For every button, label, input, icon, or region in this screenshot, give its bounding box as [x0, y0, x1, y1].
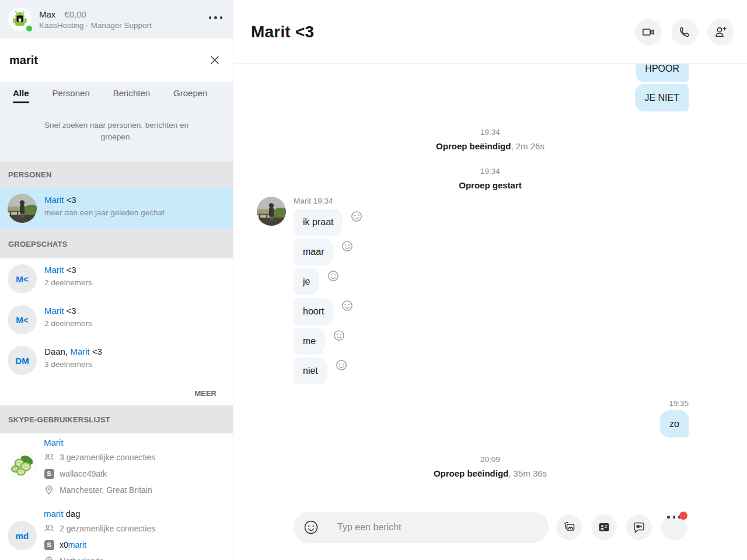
- directory-result-2[interactable]: md marit dag 2 gezamenlijke connecties S…: [0, 505, 233, 560]
- search-result-group-2[interactable]: M< Marit <3 2 deelnemers: [0, 299, 233, 340]
- search-bar: marit: [0, 38, 233, 82]
- incoming-message-row: hoort: [294, 298, 363, 325]
- user-name: marit dag: [44, 509, 233, 519]
- add-reaction-icon[interactable]: [350, 210, 363, 223]
- result-subtitle: 2 deelnemers: [44, 278, 233, 287]
- mutual-connections-icon: [44, 452, 54, 463]
- search-clear-icon[interactable]: [208, 54, 221, 66]
- system-timestamp: 19:34: [233, 167, 747, 176]
- result-subtitle: 3 deelnemers: [44, 360, 233, 369]
- message-bubble-incoming[interactable]: niet: [294, 358, 327, 384]
- skype-id-row: S x0marit: [44, 537, 233, 553]
- message-history[interactable]: HPOOR JE NIET 19:34 Oproep beëindigd, 2m…: [233, 64, 747, 510]
- tab-groepen[interactable]: Groepen: [173, 88, 207, 102]
- tab-berichten[interactable]: Berichten: [113, 88, 150, 102]
- search-result-person-marit[interactable]: Marit <3 meer dan een jaar geleden gecha…: [0, 188, 233, 229]
- chat-title[interactable]: Marit <3: [251, 23, 626, 41]
- incoming-message-row: je: [294, 268, 363, 295]
- skype-id-text: wallace49atk: [60, 469, 107, 478]
- result-title: Daan, Marit <3: [44, 346, 233, 356]
- group-initials-avatar: DM: [8, 346, 37, 375]
- result-title: Marit <3: [44, 265, 233, 275]
- add-reaction-icon[interactable]: [341, 299, 354, 312]
- location-pin-icon: [44, 556, 54, 560]
- message-bubble-incoming[interactable]: je: [294, 268, 319, 295]
- search-result-group-3[interactable]: DM Daan, Marit <3 3 deelnemers: [0, 340, 233, 381]
- audio-call-button[interactable]: [671, 19, 698, 46]
- skype-id-row: S wallace49atk: [44, 466, 233, 482]
- mutual-connections-icon: [44, 523, 54, 534]
- location-text: Netherlands: [60, 556, 104, 560]
- result-title: Marit <3: [44, 195, 233, 205]
- user-initials-avatar: md: [8, 521, 37, 550]
- result-subtitle: 2 deelnemers: [44, 319, 233, 328]
- message-bubble-incoming[interactable]: ik praat: [294, 209, 343, 236]
- message-bubble-incoming[interactable]: me: [294, 328, 325, 355]
- profile-mood-message: KaasHosting - Manager Support: [39, 21, 208, 30]
- call-event: Oproep gestart: [233, 180, 747, 190]
- message-bubble-outgoing[interactable]: JE NIET: [635, 84, 689, 111]
- mutual-connections-text: 3 gezamenlijke connecties: [60, 453, 155, 462]
- tab-alle[interactable]: Alle: [13, 88, 29, 103]
- directory-result-1[interactable]: Marit 3 gezamenlijke connecties S wallac…: [0, 433, 233, 505]
- more-options-button[interactable]: [661, 514, 687, 540]
- sender-avatar[interactable]: [257, 197, 286, 226]
- video-message-button[interactable]: [626, 514, 652, 540]
- add-reaction-icon[interactable]: [327, 270, 340, 282]
- location-text: Manchester, Great Britain: [60, 485, 152, 495]
- message-input[interactable]: Typ een bericht: [294, 512, 549, 543]
- add-reaction-icon[interactable]: [335, 359, 348, 372]
- result-title: Marit <3: [44, 306, 233, 316]
- notification-dot: [679, 512, 687, 520]
- online-status-dot: [25, 24, 33, 33]
- incoming-message-row: maar: [294, 239, 363, 265]
- message-bubble-incoming[interactable]: hoort: [294, 298, 333, 325]
- message-input-placeholder: Typ een bericht: [337, 522, 401, 533]
- message-bubble-outgoing[interactable]: HPOOR: [636, 64, 689, 82]
- mutual-connections-row: 3 gezamenlijke connecties: [44, 449, 233, 466]
- add-person-button[interactable]: [707, 19, 734, 46]
- emoji-picker-icon[interactable]: [303, 519, 319, 536]
- system-timestamp: 20:09: [233, 455, 747, 464]
- call-event: Oproep beëindigd, 2m 26s: [233, 141, 747, 151]
- video-call-button[interactable]: [635, 19, 662, 46]
- skype-credit-balance[interactable]: €0,00: [64, 9, 86, 19]
- section-header-gebruikerslijst: SKYPE-GEBRUIKERSLIJST: [0, 405, 233, 433]
- incoming-message-group: Marit 19:34 ik praat maar je hoort: [233, 197, 747, 387]
- send-contact-button[interactable]: [591, 514, 617, 540]
- search-result-group-1[interactable]: M< Marit <3 2 deelnemers: [0, 258, 233, 299]
- message-bubble-outgoing[interactable]: zo: [660, 410, 689, 438]
- profile-header: Max €0,00 KaasHosting - Manager Support: [0, 0, 233, 38]
- location-row: Manchester, Great Britain: [44, 482, 233, 498]
- call-event: Oproep beëindigd, 35m 36s: [233, 468, 747, 478]
- incoming-message-row: me: [294, 328, 363, 355]
- location-pin-icon: [44, 485, 54, 495]
- add-reaction-icon[interactable]: [333, 329, 345, 342]
- search-input[interactable]: marit: [9, 54, 208, 67]
- skype-id-icon: S: [44, 540, 54, 550]
- chat-header: Marit <3: [233, 0, 747, 64]
- add-reaction-icon[interactable]: [341, 240, 354, 253]
- message-bubble-incoming[interactable]: maar: [294, 239, 333, 265]
- search-filter-tabs: Alle Personen Berichten Groepen: [0, 82, 233, 111]
- profile-more-menu-icon[interactable]: [208, 15, 224, 20]
- sidebar: Max €0,00 KaasHosting - Manager Support …: [0, 0, 233, 560]
- location-row: Netherlands: [44, 553, 233, 560]
- incoming-message-row: ik praat: [294, 209, 363, 236]
- message-composer: Typ een bericht: [233, 510, 747, 560]
- group-initials-avatar: M<: [8, 305, 37, 334]
- outgoing-message-row: zo: [233, 410, 747, 438]
- send-media-button[interactable]: [556, 514, 582, 540]
- tab-personen[interactable]: Personen: [53, 88, 90, 102]
- user-name: Marit: [44, 438, 233, 447]
- message-author-timestamp: Marit 19:34: [294, 197, 363, 205]
- search-hint-text: Snel zoeken naar personen, berichten en …: [0, 111, 233, 162]
- profile-avatar[interactable]: [8, 8, 32, 31]
- result-subtitle: meer dan een jaar geleden gechat: [44, 208, 233, 217]
- outgoing-message-row: JE NIET: [233, 84, 747, 111]
- group-initials-avatar: M<: [8, 264, 37, 293]
- show-more-link[interactable]: MEER: [0, 381, 233, 405]
- skype-id-text: x0marit: [60, 540, 86, 550]
- mutual-connections-text: 2 gezamenlijke connecties: [60, 524, 155, 533]
- system-timestamp: 19:34: [233, 128, 747, 136]
